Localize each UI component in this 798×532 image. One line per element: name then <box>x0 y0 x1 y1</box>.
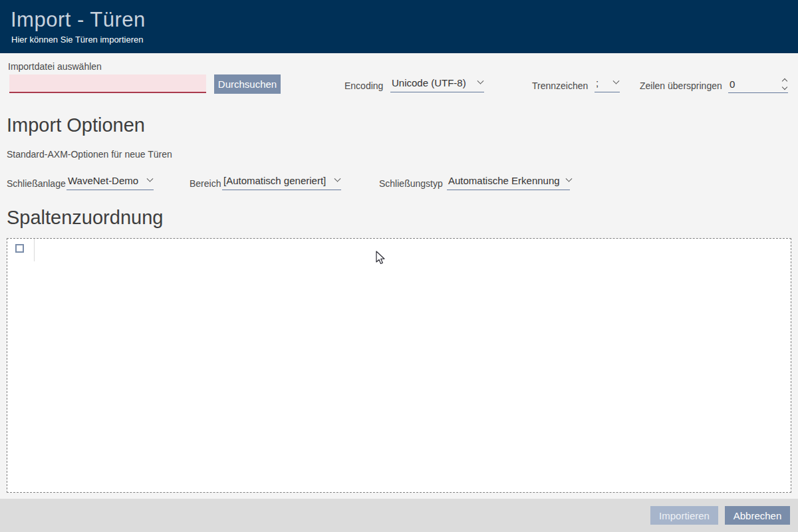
area-value: [Automatisch generiert] <box>223 175 326 186</box>
chevron-down-icon <box>477 78 484 84</box>
import-button[interactable]: Importieren <box>650 506 718 525</box>
cancel-button[interactable]: Abbrechen <box>725 506 790 525</box>
import-doors-dialog: Import - Türen Hier können Sie Türen imp… <box>0 0 798 532</box>
separator-value: ; <box>596 77 598 88</box>
dialog-header: Import - Türen Hier können Sie Türen imp… <box>0 0 798 53</box>
separator-select[interactable]: ; <box>595 77 620 92</box>
skip-lines-label: Zeilen überspringen <box>640 80 722 91</box>
lock-type-value: Automatische Erkennung <box>448 175 560 186</box>
chevron-down-icon <box>334 176 341 182</box>
column-divider <box>34 239 35 261</box>
separator-label: Trennzeichen <box>532 80 588 91</box>
import-options-description: Standard-AXM-Optionen für neue Türen <box>7 149 172 160</box>
skip-lines-value: 0 <box>730 78 735 90</box>
chevron-down-icon <box>147 176 154 182</box>
chevron-down-icon <box>613 78 620 84</box>
chevron-up-icon[interactable] <box>782 78 787 84</box>
lock-type-label: Schließungstyp <box>379 178 443 189</box>
spinner-buttons[interactable] <box>783 77 787 90</box>
chevron-down-icon <box>565 176 572 182</box>
import-file-label: Importdatei auswählen <box>8 61 102 72</box>
browse-button[interactable]: Durchsuchen <box>214 74 281 94</box>
skip-lines-stepper[interactable]: 0 <box>728 75 788 93</box>
page-title: Import - Türen <box>11 8 146 32</box>
import-options-heading: Import Optionen <box>7 114 145 136</box>
locking-system-value: WaveNet-Demo <box>68 175 138 186</box>
page-subtitle: Hier können Sie Türen importieren <box>11 35 143 45</box>
column-mapping-table <box>7 238 791 493</box>
area-label: Bereich <box>190 178 221 189</box>
chevron-down-icon[interactable] <box>782 84 787 90</box>
encoding-select[interactable]: Unicode (UTF-8) <box>390 77 484 92</box>
dialog-footer: Importieren Abbrechen <box>0 499 798 532</box>
locking-system-select[interactable]: WaveNet-Demo <box>66 175 154 190</box>
lock-type-select[interactable]: Automatische Erkennung <box>447 175 570 190</box>
locking-system-label: Schließanlage <box>7 178 66 189</box>
encoding-value: Unicode (UTF-8) <box>392 77 466 88</box>
column-mapping-heading: Spaltenzuordnung <box>7 207 163 229</box>
area-select[interactable]: [Automatisch generiert] <box>222 175 341 190</box>
encoding-label: Encoding <box>344 80 383 91</box>
import-file-input[interactable] <box>9 74 206 93</box>
select-all-checkbox[interactable] <box>15 244 24 253</box>
